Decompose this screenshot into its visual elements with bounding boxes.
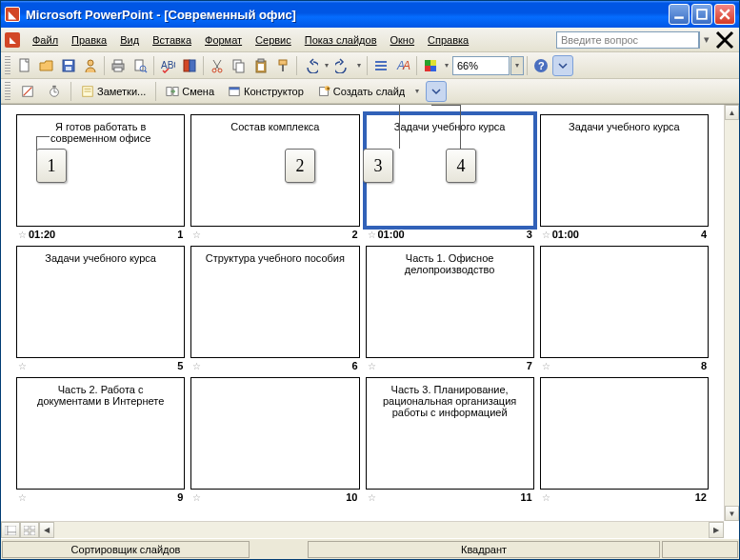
slide-title-text: Состав комплекса: [199, 121, 350, 132]
normal-view-icon[interactable]: [1, 522, 20, 538]
color-dropdown[interactable]: ▾: [442, 61, 451, 70]
open-icon[interactable]: [36, 55, 57, 76]
cut-icon[interactable]: [207, 55, 228, 76]
slide-meta: ☆01:201: [16, 227, 185, 240]
menu-service[interactable]: Сервис: [249, 32, 298, 48]
horizontal-scrollbar[interactable]: ◀ ▶: [39, 521, 724, 538]
help-icon[interactable]: ?: [530, 55, 551, 76]
new-slide-dropdown[interactable]: ▾: [412, 87, 422, 95]
slide-title-text: Часть 2. Работа с документами в Интернет…: [25, 384, 176, 407]
zoom-dropdown[interactable]: ▾: [510, 56, 524, 75]
toolbar-grip[interactable]: [5, 56, 10, 75]
slide-cell[interactable]: Задачи учебного курса☆5: [16, 246, 185, 371]
mdi-close-button[interactable]: [714, 30, 735, 50]
slide-thumbnail[interactable]: [190, 377, 359, 490]
rehearse-timings-icon[interactable]: [42, 81, 67, 102]
print-icon[interactable]: [108, 55, 129, 76]
slide-thumbnail[interactable]: Задачи учебного курса: [16, 246, 185, 358]
scroll-down-icon[interactable]: ▼: [725, 506, 739, 521]
paste-icon[interactable]: [250, 55, 271, 76]
menu-view[interactable]: Вид: [113, 32, 146, 48]
undo-icon[interactable]: [300, 55, 321, 76]
scroll-up-icon[interactable]: ▲: [725, 105, 739, 120]
transition-icon: ☆: [368, 361, 376, 371]
help-question-dropdown[interactable]: ▾: [699, 31, 712, 49]
toolbar-options-icon[interactable]: [552, 55, 573, 76]
summary-slide-icon[interactable]: [370, 55, 391, 76]
slide-thumbnail[interactable]: Часть 2. Работа с документами в Интернет…: [16, 377, 185, 490]
slide-sorter-toolbar: Заметки... Смена Конструктор ★Создать сл…: [1, 79, 739, 104]
redo-dropdown[interactable]: ▾: [354, 61, 364, 70]
close-button[interactable]: [714, 4, 735, 25]
slide-cell[interactable]: ☆8: [540, 246, 709, 371]
hscroll-track[interactable]: [54, 522, 709, 538]
research-icon[interactable]: [179, 55, 200, 76]
hide-slide-icon[interactable]: [15, 81, 40, 102]
callout-2: 2: [285, 149, 315, 183]
copy-icon[interactable]: [229, 55, 250, 76]
status-template: Квадрант: [308, 541, 660, 558]
new-slide-button[interactable]: ★Создать слайд: [311, 81, 410, 102]
scroll-right-icon[interactable]: ▶: [709, 522, 724, 538]
menu-insert[interactable]: Вставка: [146, 32, 198, 48]
slide-meta: ☆11: [366, 490, 534, 503]
color-icon[interactable]: [420, 55, 441, 76]
notes-button[interactable]: Заметки...: [75, 81, 151, 102]
design-button[interactable]: Конструктор: [222, 81, 310, 102]
vertical-scrollbar[interactable]: ▲ ▼: [724, 105, 739, 521]
scroll-left-icon[interactable]: ◀: [39, 522, 54, 538]
transition-button[interactable]: Смена: [160, 81, 220, 102]
toolbar2-options-icon[interactable]: [426, 81, 447, 102]
undo-dropdown[interactable]: ▾: [322, 61, 331, 70]
new-icon[interactable]: [14, 55, 35, 76]
format-painter-icon[interactable]: [272, 55, 293, 76]
minimize-button[interactable]: [669, 4, 690, 25]
vscroll-track[interactable]: [725, 120, 739, 506]
menu-edit[interactable]: Правка: [65, 32, 113, 48]
slide-thumbnail[interactable]: Часть 1. Офисное делопроизводство: [366, 246, 534, 358]
slide-cell[interactable]: Задачи учебного курса☆01:004: [540, 114, 709, 240]
slide-thumbnail[interactable]: Часть 3. Планирование, рациональная орга…: [366, 377, 534, 490]
menu-help[interactable]: Справка: [421, 32, 475, 48]
menu-file[interactable]: Файл: [26, 32, 65, 48]
slide-number: 3: [527, 229, 532, 240]
slide-thumbnail[interactable]: [540, 377, 709, 490]
show-formatting-icon[interactable]: AA: [392, 55, 413, 76]
help-question-placeholder: Введите вопрос: [561, 34, 638, 46]
slide-cell[interactable]: ☆10: [190, 377, 359, 503]
transition-icon: ☆: [192, 492, 201, 503]
toolbar2-grip[interactable]: [5, 82, 10, 101]
slide-thumbnail[interactable]: Структура учебного пособия: [190, 246, 359, 358]
maximize-button[interactable]: [691, 4, 712, 25]
slide-thumbnail[interactable]: Задачи учебного курса: [540, 114, 709, 227]
slide-thumbnail[interactable]: Состав комплекса: [190, 114, 359, 227]
redo-icon[interactable]: [332, 55, 353, 76]
svg-rect-59: [8, 526, 16, 532]
print-preview-icon[interactable]: [130, 55, 150, 76]
slide-cell[interactable]: Структура учебного пособия☆6: [190, 246, 359, 371]
slide-cell[interactable]: Часть 2. Работа с документами в Интернет…: [16, 377, 185, 503]
slide-cell[interactable]: ☆12: [540, 377, 709, 503]
slide-meta: ☆10: [190, 490, 359, 503]
slide-number: 8: [701, 360, 707, 371]
slide-cell[interactable]: Часть 1. Офисное делопроизводство☆7: [366, 246, 534, 371]
window-title: Microsoft PowerPoint - [Современный офис…: [26, 8, 667, 22]
svg-rect-18: [184, 60, 190, 71]
slide-cell[interactable]: Состав комплекса☆2: [190, 114, 359, 240]
svg-rect-8: [65, 61, 72, 65]
menu-window[interactable]: Окно: [384, 32, 422, 48]
menu-slideshow[interactable]: Показ слайдов: [298, 32, 384, 48]
slide-number: 4: [701, 229, 707, 240]
help-question-input[interactable]: Введите вопрос: [556, 31, 699, 49]
save-icon[interactable]: [58, 55, 79, 76]
spelling-icon[interactable]: ABC: [157, 55, 178, 76]
permission-icon[interactable]: [80, 55, 101, 76]
slide-meta: ☆01:004: [540, 227, 709, 240]
slide-thumbnail[interactable]: [540, 246, 709, 358]
design-label: Конструктор: [244, 86, 304, 97]
slide-cell[interactable]: Часть 3. Планирование, рациональная орга…: [366, 377, 534, 503]
callout-4: 4: [446, 149, 476, 183]
sorter-view-icon[interactable]: [20, 522, 39, 538]
menu-format[interactable]: Формат: [198, 32, 249, 48]
zoom-input[interactable]: 66%: [452, 56, 510, 75]
